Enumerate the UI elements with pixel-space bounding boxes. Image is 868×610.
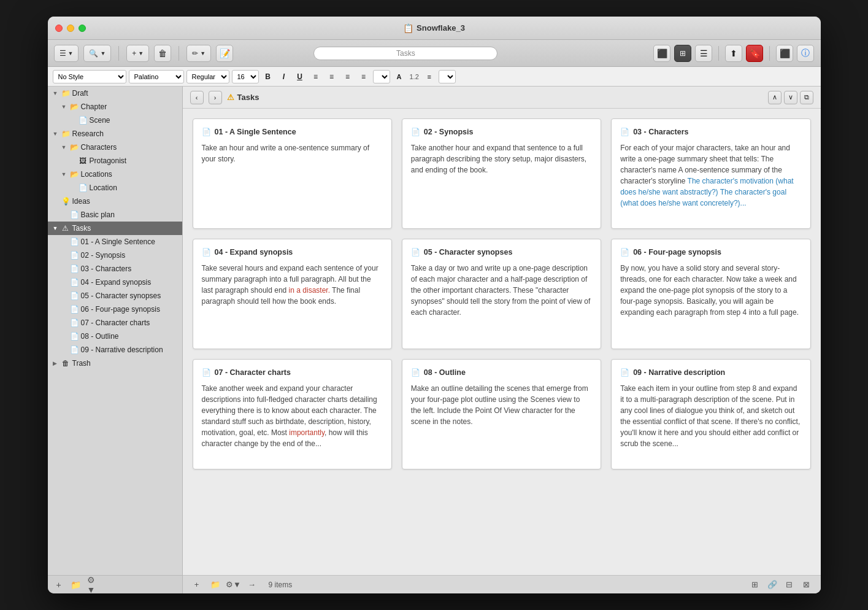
sidebar-label-chapter: Chapter [81,102,107,111]
sidebar-folder-button[interactable]: 📁 [70,579,82,591]
card-card-08[interactable]: 📄 08 - Outline Make an outline detailing… [402,359,601,469]
card-doc-icon: 📄 [411,368,420,377]
sidebar-toggle-button[interactable]: ☰ ▼ [54,45,79,62]
bookmark-button[interactable]: 🔖 [746,45,763,62]
sidebar-item-task-03[interactable]: 📄 03 - Characters [48,262,182,276]
window-title-area: 📋 Snowflake_3 [403,23,465,33]
italic-button[interactable]: I [277,70,291,83]
inspect-button[interactable]: ⬛ [776,45,793,62]
titlebar: 📋 Snowflake_3 [48,17,821,40]
collapse-button[interactable]: ∧ [768,91,782,104]
footer-gear-button[interactable]: ⚙▼ [227,578,240,592]
justify-button[interactable]: ≡ [357,70,371,83]
text-style-button[interactable]: A [393,70,406,83]
sidebar-item-task-04[interactable]: 📄 04 - Expand synopsis [48,276,182,289]
footer-link-button[interactable]: 🔗 [766,578,779,592]
delete-button[interactable]: 🗑 [154,45,171,62]
sidebar-item-task-09[interactable]: 📄 09 - Narrative description [48,343,182,357]
sidebar-item-task-06[interactable]: 📄 06 - Four-page synopsis [48,303,182,316]
style-select[interactable]: No Style Title Heading 1 [53,70,126,83]
close-button[interactable] [55,25,63,32]
footer-add-button[interactable]: + [190,578,204,592]
sidebar-item-trash[interactable]: ▶ 🗑 Trash [48,357,182,370]
footer-share-button[interactable]: → [245,578,259,592]
card-text: Make an outline detailing the scenes tha… [411,384,588,426]
sidebar-item-research[interactable]: ▼ 📁 Research [48,127,182,141]
weight-select[interactable]: Regular Bold [186,70,229,83]
card-card-06[interactable]: 📄 06 - Four-page synopsis By now, you ha… [611,239,810,349]
format-bar: No Style Title Heading 1 Palatino Helvet… [48,67,821,87]
card-card-07[interactable]: 📄 07 - Character charts Take another wee… [193,359,392,469]
sidebar-footer: + 📁 ⚙ ▼ [48,575,182,593]
back-button[interactable]: ‹ [190,91,204,104]
bold-button[interactable]: B [261,70,275,83]
sidebar-item-protagonist[interactable]: 🖼 Protagonist [48,154,182,168]
sidebar-item-task-05[interactable]: 📄 05 - Character synopses [48,289,182,303]
align-right-button[interactable]: ≡ [341,70,355,83]
align-left-button[interactable]: ≡ [309,70,323,83]
sidebar-icon: ☰ [60,49,66,58]
sidebar-label-locations-folder: Locations [81,170,112,179]
footer-columns-button[interactable]: ⊠ [800,578,813,592]
sidebar-item-task-08[interactable]: 📄 08 - Outline [48,330,182,343]
card-card-02[interactable]: 📄 02 - Synopsis Take another hour and ex… [402,118,601,229]
info-button[interactable]: ⓘ [797,45,814,62]
sidebar-item-basic-plan[interactable]: 📄 Basic plan [48,208,182,222]
list-view-button[interactable]: ☰ [695,45,712,62]
sidebar-item-locations-folder[interactable]: ▼ 📂 Locations [48,168,182,181]
sidebar-label-task-05: 05 - Character synopses [81,291,161,300]
size-select[interactable]: 16 14 18 [232,70,259,83]
sidebar-icon-task-05: 📄 [70,291,79,300]
search-button[interactable]: 🔍 ▼ [83,45,111,62]
chevron-down-icon: ▼ [138,50,144,56]
card-card-04[interactable]: 📄 04 - Expand synopsis Take several hour… [193,239,392,349]
footer-folder-button[interactable]: 📁 [209,578,222,592]
more-select[interactable] [373,70,390,83]
card-card-09[interactable]: 📄 09 - Narrative description Take each i… [611,359,810,469]
note-button[interactable]: 📝 [216,45,233,62]
underline-button[interactable]: U [293,70,307,83]
sidebar-item-characters-folder[interactable]: ▼ 📂 Characters [48,141,182,154]
sidebar-add-button[interactable]: + [53,579,65,591]
card-card-05[interactable]: 📄 05 - Character synopses Take a day or … [402,239,601,349]
add-button[interactable]: + ▼ [126,45,149,62]
sidebar-item-tasks[interactable]: ▼ ⚠ Tasks [48,222,182,235]
sidebar-icon-scene: 📄 [79,116,87,125]
align-center-button[interactable]: ≡ [325,70,339,83]
share-button[interactable]: ⬆ [725,45,742,62]
card-title-card-04: 📄 04 - Expand synopsis [202,248,383,257]
sidebar-item-scene[interactable]: 📄 Scene [48,114,182,127]
footer-split-button[interactable]: ⊟ [783,578,796,592]
card-card-03[interactable]: 📄 03 - Characters For each of your major… [611,118,810,229]
sidebar-item-ideas[interactable]: 💡 Ideas [48,195,182,208]
minimize-button[interactable] [67,25,74,32]
sidebar-item-draft[interactable]: ▼ 📁 Draft [48,87,182,100]
fullscreen-button[interactable] [79,25,86,32]
font-select[interactable]: Palatino Helvetica [129,70,184,83]
sidebar-item-chapter[interactable]: ▼ 📂 Chapter [48,100,182,114]
card-title-card-09: 📄 09 - Narrative description [620,368,801,377]
sidebar-item-task-01[interactable]: 📄 01 - A Single Sentence [48,235,182,249]
sidebar-item-task-07[interactable]: 📄 07 - Character charts [48,316,182,330]
sidebar-label-task-07: 07 - Character charts [81,319,150,327]
grid-view-button[interactable]: ⊞ [674,45,691,62]
split-button[interactable]: ⧉ [800,91,813,104]
list-format-button[interactable]: ≡ [423,70,436,83]
card-card-01[interactable]: 📄 01 - A Single Sentence Take an hour an… [193,118,392,229]
highlighted-text: in a disaster. [289,286,330,295]
content-title-text: Tasks [237,93,259,102]
expand-button[interactable]: ∨ [784,91,797,104]
copy-button[interactable]: ⬛ [653,45,670,62]
footer-grid-button[interactable]: ⊞ [748,578,762,592]
edit-button[interactable]: ✏ ▼ [186,45,211,62]
sidebar-icon-tasks: ⚠ [61,224,70,233]
traffic-lights [55,25,86,32]
sidebar-icon-ideas: 💡 [61,197,70,206]
sidebar-gear-button[interactable]: ⚙ ▼ [87,579,99,591]
forward-button[interactable]: › [209,91,222,104]
sidebar-label-task-06: 06 - Four-page synopsis [81,305,160,314]
list-select[interactable] [439,70,456,83]
search-input[interactable] [313,47,497,60]
sidebar-item-location[interactable]: 📄 Location [48,181,182,195]
sidebar-item-task-02[interactable]: 📄 02 - Synopsis [48,249,182,262]
